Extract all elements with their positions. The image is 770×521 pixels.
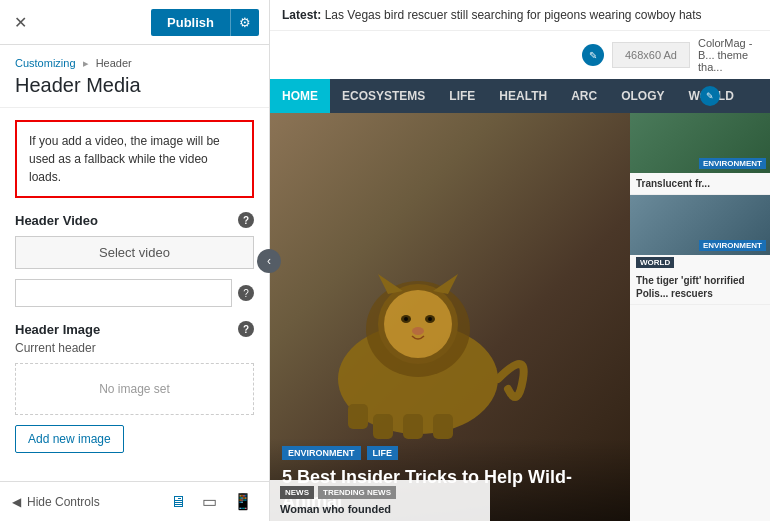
- sidebar-card-2: ENVIRONMENT WORLD The tiger 'gift' horri…: [630, 195, 770, 305]
- strip-tag-news: NEWS: [280, 486, 314, 499]
- hero-tag-environment: ENVIRONMENT: [282, 446, 361, 460]
- header-image-help-icon[interactable]: ?: [238, 321, 254, 337]
- breadcrumb-separator: ▸: [83, 57, 89, 69]
- nav-bar: HOME ECOSYSTEMS LIFE HEALTH ARC ✎ OLOGY …: [270, 79, 770, 113]
- sidebar-cards: ENVIRONMENT Translucent fr... ENVIRONMEN…: [630, 113, 770, 521]
- news-bar: Latest: Las Vegas bird rescuer still sea…: [270, 0, 770, 31]
- main-content: ENVIRONMENT LIFE 5 Best Insider Tricks t…: [270, 113, 770, 521]
- strip-tag-trending: TRENDING NEWS: [318, 486, 396, 499]
- breadcrumb-current: Header: [96, 57, 132, 69]
- publish-area: Publish ⚙: [151, 9, 259, 36]
- strip-title: Woman who founded: [280, 503, 480, 515]
- nav-item-life[interactable]: LIFE: [437, 79, 487, 113]
- breadcrumb-section: Customizing ▸ Header Header Media: [0, 45, 269, 108]
- info-box-text: If you add a video, the image will be us…: [29, 134, 220, 184]
- card-body-1: Translucent fr...: [630, 173, 770, 194]
- ad-edit-pencil[interactable]: ✎: [582, 44, 604, 66]
- hero-tags: ENVIRONMENT LIFE: [282, 446, 618, 460]
- video-url-input[interactable]: [15, 279, 232, 307]
- card-tag-environment-2: ENVIRONMENT: [699, 240, 766, 251]
- publish-button[interactable]: Publish: [151, 9, 230, 36]
- sidebar-card-1: ENVIRONMENT Translucent fr...: [630, 113, 770, 195]
- select-video-button[interactable]: Select video: [15, 236, 254, 269]
- mobile-view-button[interactable]: 📱: [229, 490, 257, 513]
- card-title-1: Translucent fr...: [636, 178, 710, 189]
- nav-item-arc[interactable]: ARC: [559, 79, 609, 113]
- section-title: Header Media: [15, 74, 254, 97]
- panel-content: If you add a video, the image will be us…: [0, 108, 269, 481]
- svg-point-6: [404, 317, 408, 321]
- svg-point-8: [412, 327, 424, 335]
- svg-point-3: [384, 290, 452, 358]
- info-box: If you add a video, the image will be us…: [15, 120, 254, 198]
- top-bar: ✕ Publish ⚙: [0, 0, 269, 45]
- preview-panel: Latest: Las Vegas bird rescuer still sea…: [270, 0, 770, 521]
- breadcrumb-parent-link[interactable]: Customizing: [15, 57, 76, 69]
- url-help-icon[interactable]: ?: [238, 285, 254, 301]
- header-image-section: Header Image ? Current header No image s…: [15, 321, 254, 453]
- header-video-help-icon[interactable]: ?: [238, 212, 254, 228]
- news-bar-text: Las Vegas bird rescuer still searching f…: [325, 8, 702, 22]
- nav-edit-pencil[interactable]: ✎: [700, 86, 720, 106]
- nav-item-ology[interactable]: OLOGY: [609, 79, 676, 113]
- hide-controls-icon: ◀: [12, 495, 21, 509]
- hero-section: ENVIRONMENT LIFE 5 Best Insider Tricks t…: [270, 113, 630, 521]
- nav-item-home[interactable]: HOME: [270, 79, 330, 113]
- current-header-label: Current header: [15, 341, 254, 355]
- nav-item-health[interactable]: HEALTH: [487, 79, 559, 113]
- close-button[interactable]: ✕: [10, 9, 31, 36]
- preview-content: Latest: Las Vegas bird rescuer still sea…: [270, 0, 770, 521]
- breadcrumb: Customizing ▸ Header: [15, 57, 254, 70]
- strip-tags: NEWS TRENDING NEWS: [280, 486, 480, 499]
- card-tag-environment: ENVIRONMENT: [699, 158, 766, 169]
- add-new-image-button[interactable]: Add new image: [15, 425, 124, 453]
- sidebar-card-1-image: ENVIRONMENT: [630, 113, 770, 173]
- hero-tag-life: LIFE: [367, 446, 399, 460]
- svg-rect-11: [373, 414, 393, 439]
- svg-rect-13: [433, 414, 453, 439]
- card-body-2: The tiger 'gift' horrified Polis... resc…: [630, 270, 770, 304]
- colormag-text: ColorMag - B... theme tha...: [698, 37, 758, 73]
- tablet-view-button[interactable]: ▭: [198, 490, 221, 513]
- desktop-view-button[interactable]: 🖥: [166, 490, 190, 513]
- latest-label: Latest:: [282, 8, 321, 22]
- hide-controls-label: Hide Controls: [27, 495, 100, 509]
- ad-placeholder: 468x60 Ad: [612, 42, 690, 68]
- no-image-box: No image set: [15, 363, 254, 415]
- url-input-row: ?: [15, 279, 254, 307]
- svg-marker-10: [433, 274, 458, 294]
- svg-rect-14: [348, 404, 368, 429]
- customizer-panel: ✕ Publish ⚙ ‹ Customizing ▸ Header Heade…: [0, 0, 270, 521]
- header-video-section: Header Video ? Select video ?: [15, 212, 254, 307]
- device-icons: 🖥 ▭ 📱: [166, 490, 257, 513]
- header-image-label: Header Image ?: [15, 321, 254, 337]
- nav-item-ecosystems[interactable]: ECOSYSTEMS: [330, 79, 437, 113]
- card-title-2: The tiger 'gift' horrified Polis... resc…: [636, 275, 745, 299]
- collapse-panel-button[interactable]: ‹: [257, 249, 281, 273]
- bottom-bar: ◀ Hide Controls 🖥 ▭ 📱: [0, 481, 269, 521]
- card-tag-world: WORLD: [636, 257, 674, 268]
- lion-svg: [288, 249, 548, 439]
- publish-gear-button[interactable]: ⚙: [230, 9, 259, 36]
- bottom-strip: NEWS TRENDING NEWS Woman who founded: [270, 480, 490, 521]
- sidebar-card-2-image: ENVIRONMENT: [630, 195, 770, 255]
- no-image-text: No image set: [99, 382, 170, 396]
- ad-bar: ✎ 468x60 Ad ColorMag - B... theme tha...: [270, 31, 770, 79]
- svg-marker-9: [378, 274, 403, 294]
- svg-point-7: [428, 317, 432, 321]
- svg-rect-12: [403, 414, 423, 439]
- hide-controls-button[interactable]: ◀ Hide Controls: [12, 495, 100, 509]
- ad-size: 468x60 Ad: [625, 49, 677, 61]
- top-bar-left: ✕: [10, 9, 31, 36]
- header-video-label: Header Video ?: [15, 212, 254, 228]
